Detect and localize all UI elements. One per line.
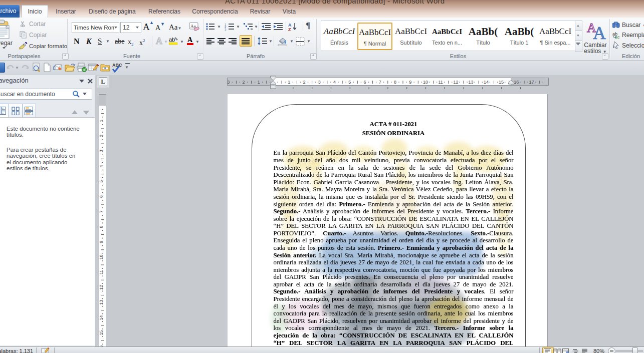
svg-text:15: 15 [99, 330, 104, 335]
svg-text:11: 11 [438, 80, 443, 85]
svg-text:5: 5 [348, 80, 351, 85]
svg-text:A: A [593, 23, 606, 40]
svg-text:ABC: ABC [112, 63, 122, 68]
svg-text:2: 2 [242, 80, 245, 85]
svg-text:7: 7 [99, 210, 104, 213]
svg-text:12: 12 [453, 80, 458, 85]
svg-text:5: 5 [99, 180, 104, 183]
svg-text:1: 1 [288, 80, 290, 85]
svg-text:3: 3 [318, 80, 321, 85]
svg-text:12: 12 [99, 285, 104, 290]
svg-text:3: 3 [227, 80, 230, 85]
svg-text:6: 6 [99, 195, 104, 198]
svg-text:9: 9 [409, 80, 411, 85]
svg-text:8: 8 [394, 80, 396, 85]
svg-text:6: 6 [363, 80, 366, 85]
svg-text:3: 3 [99, 150, 104, 152]
svg-text:A: A [187, 36, 193, 44]
svg-text:Aa: Aa [190, 24, 196, 29]
svg-text:7: 7 [379, 80, 381, 85]
svg-text:Z: Z [288, 27, 291, 32]
svg-text:17: 17 [529, 80, 534, 85]
svg-text:13: 13 [99, 300, 104, 305]
svg-text:13: 13 [469, 80, 474, 85]
svg-text:ab: ab [169, 37, 175, 43]
svg-text:11: 11 [99, 270, 104, 274]
svg-text:8: 8 [99, 225, 104, 228]
svg-text:14: 14 [484, 80, 489, 85]
svg-text:2: 2 [99, 135, 104, 137]
svg-text:1: 1 [99, 120, 104, 122]
svg-text:4: 4 [333, 80, 336, 85]
svg-text:1: 1 [258, 80, 260, 85]
svg-text:10: 10 [423, 80, 428, 85]
svg-text:2: 2 [303, 80, 305, 85]
svg-text:10: 10 [99, 254, 104, 259]
svg-text:14: 14 [99, 315, 104, 320]
svg-text:15: 15 [499, 80, 504, 85]
svg-text:3: 3 [225, 28, 227, 31]
svg-text:9: 9 [99, 241, 104, 243]
svg-text:4: 4 [99, 165, 104, 167]
